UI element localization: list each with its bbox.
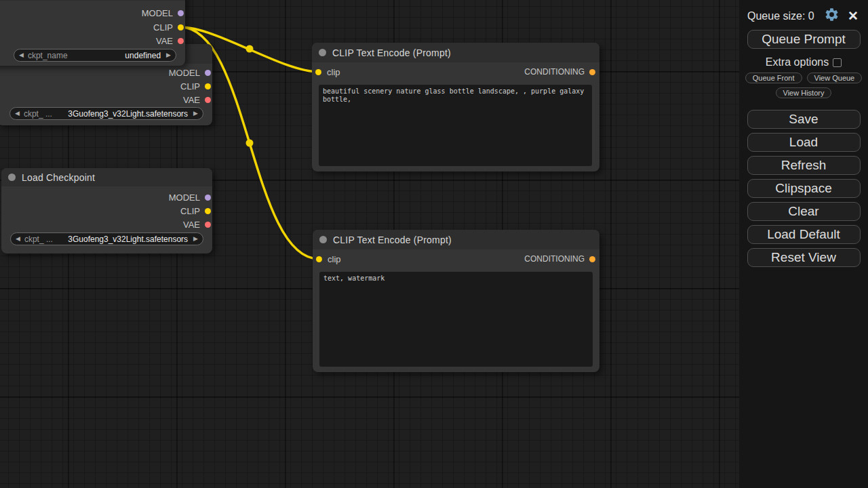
output-slot-model: MODEL bbox=[169, 190, 211, 204]
clip-input-label: clip bbox=[327, 67, 340, 77]
combo-left-arrow-icon[interactable]: ◀ bbox=[15, 110, 20, 117]
clip-input-dot[interactable] bbox=[315, 69, 321, 75]
node-title-bar[interactable] bbox=[0, 0, 185, 1]
clip-output-dot[interactable] bbox=[205, 208, 211, 214]
output-slot-model: MODEL bbox=[142, 6, 184, 20]
output-slot-vae: VAE bbox=[183, 93, 211, 106]
node-clip-text-encode-positive[interactable]: CLIP Text Encode (Prompt) clip CONDITION… bbox=[312, 43, 599, 171]
vae-output-dot[interactable] bbox=[205, 222, 211, 228]
combo-right-arrow-icon[interactable]: ▶ bbox=[193, 110, 198, 117]
node-title: CLIP Text Encode (Prompt) bbox=[333, 235, 452, 245]
slot-row: clip CONDITIONING bbox=[313, 249, 599, 268]
queue-size-label: Queue size: 0 bbox=[747, 10, 814, 22]
node-title: CLIP Text Encode (Prompt) bbox=[332, 47, 451, 58]
comfy-menu-panel: Queue size: 0 ✕ Queue Prompt Extra optio… bbox=[739, 0, 868, 488]
clip-input-dot[interactable] bbox=[316, 256, 322, 262]
output-slot-clip: CLIP bbox=[180, 79, 211, 93]
node-title-bar[interactable]: CLIP Text Encode (Prompt) bbox=[312, 43, 599, 62]
ckpt-name-combo-widget[interactable]: ◀ ckpt_ ... 3Guofeng3_v32Light.safetenso… bbox=[9, 107, 203, 120]
menu-action-buttons: Save Load Refresh Clipspace Clear Load D… bbox=[739, 110, 868, 267]
prompt-text-area[interactable]: text, watermark bbox=[319, 272, 593, 367]
model-output-dot[interactable] bbox=[178, 10, 184, 16]
ckpt-name-combo-widget[interactable]: ◀ ckpt_ ... 3Guofeng3_v32Light.safetenso… bbox=[10, 232, 203, 245]
load-default-button[interactable]: Load Default bbox=[747, 225, 861, 244]
clip-output-dot[interactable] bbox=[205, 83, 211, 89]
node-checkpoint-loader-top[interactable]: MODEL CLIP VAE ◀ ckpt_name undefined ▶ bbox=[0, 0, 185, 66]
clipspace-button[interactable]: Clipspace bbox=[747, 179, 861, 198]
node-title-bar[interactable]: CLIP Text Encode (Prompt) bbox=[313, 230, 599, 249]
comfyui-app: MODEL CLIP VAE ◀ ckpt_name undefined ▶ M… bbox=[0, 0, 868, 488]
slot-row: clip CONDITIONING bbox=[312, 62, 599, 81]
conditioning-output-dot[interactable] bbox=[589, 256, 595, 262]
model-output-dot[interactable] bbox=[205, 195, 211, 201]
clear-button[interactable]: Clear bbox=[747, 202, 861, 221]
output-slot-clip: CLIP bbox=[153, 20, 184, 34]
extra-options-row: Extra options bbox=[739, 56, 868, 68]
conditioning-output-label: CONDITIONING bbox=[524, 254, 585, 264]
extra-options-label: Extra options bbox=[766, 56, 829, 68]
node-load-checkpoint[interactable]: Load Checkpoint MODEL CLIP VAE ◀ ckpt_ .… bbox=[1, 168, 212, 253]
clip-output-dot[interactable] bbox=[178, 24, 184, 30]
queue-prompt-button[interactable]: Queue Prompt bbox=[747, 30, 861, 49]
view-history-button[interactable]: View History bbox=[776, 87, 832, 98]
prompt-text-area[interactable]: beautiful scenery nature glass bottle la… bbox=[319, 85, 592, 166]
refresh-button[interactable]: Refresh bbox=[747, 156, 861, 175]
save-button[interactable]: Save bbox=[747, 110, 861, 129]
combo-right-arrow-icon[interactable]: ▶ bbox=[193, 236, 198, 242]
close-icon[interactable]: ✕ bbox=[848, 9, 859, 22]
output-slot-model: MODEL bbox=[169, 66, 211, 79]
view-queue-button[interactable]: View Queue bbox=[807, 73, 863, 83]
ckpt-name-combo-widget[interactable]: ◀ ckpt_name undefined ▶ bbox=[14, 49, 176, 62]
collapse-dot-icon[interactable] bbox=[319, 236, 327, 243]
output-slot-vae: VAE bbox=[156, 34, 184, 47]
conditioning-output-dot[interactable] bbox=[589, 69, 595, 75]
combo-left-arrow-icon[interactable]: ◀ bbox=[19, 52, 24, 58]
collapse-dot-icon[interactable] bbox=[8, 174, 16, 181]
extra-options-checkbox[interactable] bbox=[833, 58, 842, 67]
collapse-dot-icon[interactable] bbox=[319, 49, 326, 56]
combo-right-arrow-icon[interactable]: ▶ bbox=[166, 52, 171, 58]
node-clip-text-encode-negative[interactable]: CLIP Text Encode (Prompt) clip CONDITION… bbox=[313, 230, 599, 372]
reset-view-button[interactable]: Reset View bbox=[747, 248, 861, 267]
output-slot-clip: CLIP bbox=[180, 204, 211, 218]
node-title-bar[interactable]: Load Checkpoint bbox=[1, 168, 212, 186]
menu-header: Queue size: 0 ✕ bbox=[739, 0, 868, 25]
output-slot-vae: VAE bbox=[183, 218, 211, 231]
history-button-row: View History bbox=[739, 87, 868, 98]
model-output-dot[interactable] bbox=[205, 70, 211, 76]
settings-gear-icon[interactable] bbox=[824, 7, 840, 25]
vae-output-dot[interactable] bbox=[178, 38, 184, 44]
load-button[interactable]: Load bbox=[747, 133, 861, 152]
queue-buttons-row: Queue Front View Queue bbox=[739, 73, 868, 83]
queue-front-button[interactable]: Queue Front bbox=[745, 73, 802, 83]
node-title: Load Checkpoint bbox=[22, 172, 95, 183]
combo-left-arrow-icon[interactable]: ◀ bbox=[16, 236, 20, 242]
vae-output-dot[interactable] bbox=[205, 97, 211, 103]
clip-input-label: clip bbox=[328, 254, 341, 264]
conditioning-output-label: CONDITIONING bbox=[524, 67, 585, 77]
